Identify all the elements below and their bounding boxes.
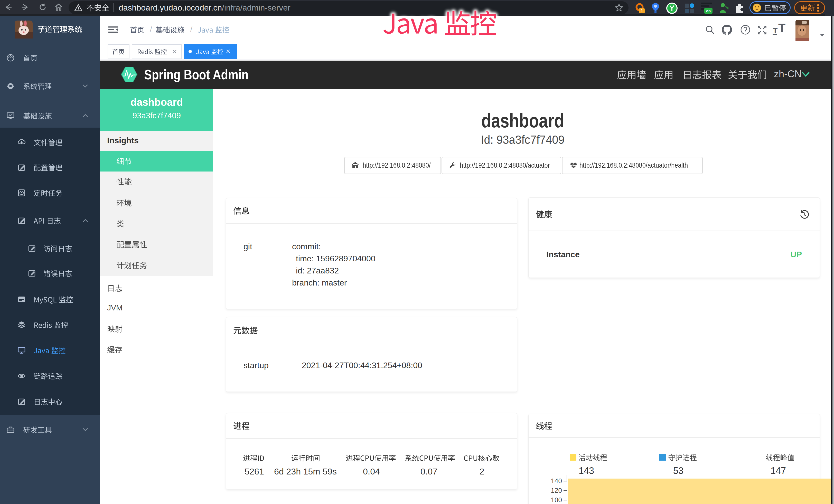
- svg-text:1: 1: [641, 8, 643, 13]
- svg-text:on: on: [706, 9, 711, 13]
